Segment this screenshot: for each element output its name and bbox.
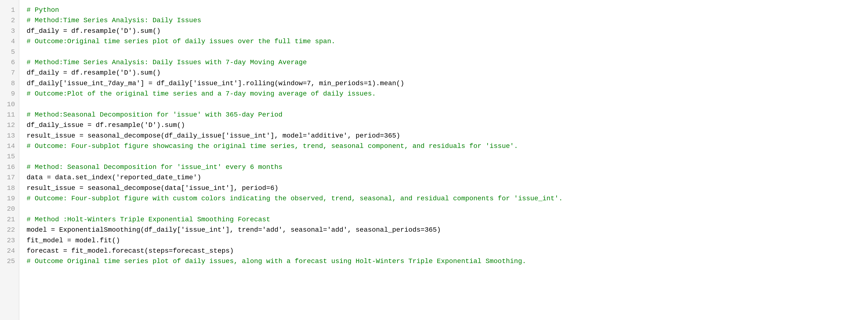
line-number-12: 12 [5, 120, 15, 130]
line-number-24: 24 [5, 246, 15, 256]
code-line-1: # Python [27, 5, 863, 15]
line-number-5: 5 [5, 47, 15, 57]
line-number-9: 9 [5, 88, 15, 99]
line-number-15: 15 [5, 151, 15, 162]
line-number-2: 2 [5, 15, 15, 26]
code-line-10 [27, 99, 863, 110]
line-number-19: 19 [5, 193, 15, 204]
code-line-8: df_daily['issue_int_7day_ma'] = df_daily… [27, 78, 863, 88]
code-line-21: # Method :Holt-Winters Triple Exponentia… [27, 214, 863, 225]
code-line-25: # Outcome Original time series plot of d… [27, 256, 863, 266]
code-line-3: df_daily = df.resample('D').sum() [27, 26, 863, 36]
line-number-11: 11 [5, 110, 15, 120]
code-line-9: # Outcome:Plot of the original time seri… [27, 88, 863, 99]
code-line-20 [27, 204, 863, 214]
line-number-gutter: 1234567891011121314151617181920212223242… [0, 0, 19, 320]
code-line-2: # Method:Time Series Analysis: Daily Iss… [27, 15, 863, 26]
code-line-16: # Method: Seasonal Decomposition for 'is… [27, 162, 863, 172]
code-editor: 1234567891011121314151617181920212223242… [0, 0, 868, 320]
code-line-7: df_daily = df.resample('D').sum() [27, 68, 863, 78]
code-line-24: forecast = fit_model.forecast(steps=fore… [27, 246, 863, 256]
line-number-4: 4 [5, 36, 15, 46]
line-number-23: 23 [5, 235, 15, 246]
line-number-16: 16 [5, 162, 15, 172]
line-number-7: 7 [5, 68, 15, 78]
line-number-13: 13 [5, 131, 15, 141]
code-line-23: fit_model = model.fit() [27, 235, 863, 246]
code-line-18: result_issue = seasonal_decompose(data['… [27, 183, 863, 193]
code-area[interactable]: # Python# Method:Time Series Analysis: D… [19, 0, 868, 320]
line-number-25: 25 [5, 256, 15, 266]
code-line-14: # Outcome: Four-subplot figure showcasin… [27, 141, 863, 151]
code-line-5 [27, 47, 863, 57]
code-line-12: df_daily_issue = df.resample('D').sum() [27, 120, 863, 130]
code-line-17: data = data.set_index('reported_date_tim… [27, 172, 863, 183]
code-line-19: # Outcome: Four-subplot figure with cust… [27, 193, 863, 204]
code-line-13: result_issue = seasonal_decompose(df_dai… [27, 131, 863, 141]
line-number-21: 21 [5, 214, 15, 225]
line-number-1: 1 [5, 5, 15, 15]
line-number-6: 6 [5, 57, 15, 68]
line-number-22: 22 [5, 225, 15, 235]
code-line-4: # Outcome:Original time series plot of d… [27, 36, 863, 46]
code-line-22: model = ExponentialSmoothing(df_daily['i… [27, 225, 863, 235]
line-number-3: 3 [5, 26, 15, 36]
code-line-15 [27, 151, 863, 162]
line-number-10: 10 [5, 99, 15, 110]
code-line-6: # Method:Time Series Analysis: Daily Iss… [27, 57, 863, 68]
line-number-17: 17 [5, 172, 15, 183]
code-line-11: # Method:Seasonal Decomposition for 'iss… [27, 110, 863, 120]
line-number-18: 18 [5, 183, 15, 193]
line-number-8: 8 [5, 78, 15, 88]
line-number-14: 14 [5, 141, 15, 151]
line-number-20: 20 [5, 204, 15, 214]
